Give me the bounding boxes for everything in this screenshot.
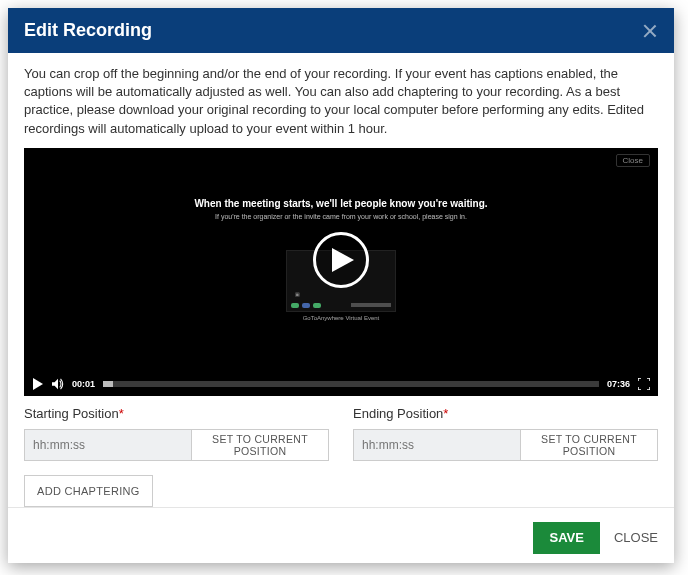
video-controls: 00:01 07:36 [24, 372, 658, 396]
close-icon[interactable] [642, 23, 658, 39]
waiting-subtitle: If you're the organizer or the invite ca… [151, 213, 531, 220]
progress-bar[interactable] [103, 381, 599, 387]
svg-marker-0 [332, 248, 354, 272]
modal-body: You can crop off the beginning and/or th… [8, 53, 674, 507]
thumbnail-taskbar [291, 302, 391, 308]
thumbnail-label: ▣ [295, 291, 300, 297]
required-marker: * [119, 406, 124, 421]
ending-position-label: Ending Position* [353, 406, 658, 421]
modal-footer: SAVE CLOSE [8, 507, 674, 568]
starting-position-label-text: Starting Position [24, 406, 119, 421]
edit-recording-modal: Edit Recording You can crop off the begi… [8, 8, 674, 563]
starting-position-group: Starting Position* SET TO CURRENT POSITI… [24, 406, 329, 461]
ending-position-label-text: Ending Position [353, 406, 443, 421]
starting-position-input[interactable] [24, 429, 192, 461]
save-button[interactable]: SAVE [533, 522, 599, 554]
play-icon [332, 248, 354, 272]
video-stage: When the meeting starts, we'll let peopl… [24, 148, 658, 372]
play-button[interactable] [313, 232, 369, 288]
modal-header: Edit Recording [8, 8, 674, 53]
progress-fill [103, 381, 113, 387]
volume-icon[interactable] [52, 378, 64, 390]
add-chaptering-button[interactable]: ADD CHAPTERING [24, 475, 153, 507]
close-button[interactable]: CLOSE [614, 530, 658, 545]
modal-title: Edit Recording [24, 20, 152, 41]
starting-position-label: Starting Position* [24, 406, 329, 421]
set-end-to-current-button[interactable]: SET TO CURRENT POSITION [521, 429, 658, 461]
ending-position-input[interactable] [353, 429, 521, 461]
position-row: Starting Position* SET TO CURRENT POSITI… [24, 406, 658, 461]
fullscreen-icon[interactable] [638, 378, 650, 390]
modal-description: You can crop off the beginning and/or th… [24, 65, 658, 138]
svg-marker-2 [52, 379, 58, 389]
video-player: Close When the meeting starts, we'll let… [24, 148, 658, 396]
duration-time: 07:36 [607, 379, 630, 389]
svg-marker-1 [33, 378, 43, 390]
set-start-to-current-button[interactable]: SET TO CURRENT POSITION [192, 429, 329, 461]
waiting-title: When the meeting starts, we'll let peopl… [151, 198, 531, 209]
thumbnail-caption: GoToAnywhere Virtual Event [151, 315, 531, 321]
ending-position-group: Ending Position* SET TO CURRENT POSITION [353, 406, 658, 461]
current-time: 00:01 [72, 379, 95, 389]
play-small-icon[interactable] [32, 378, 44, 390]
required-marker: * [443, 406, 448, 421]
